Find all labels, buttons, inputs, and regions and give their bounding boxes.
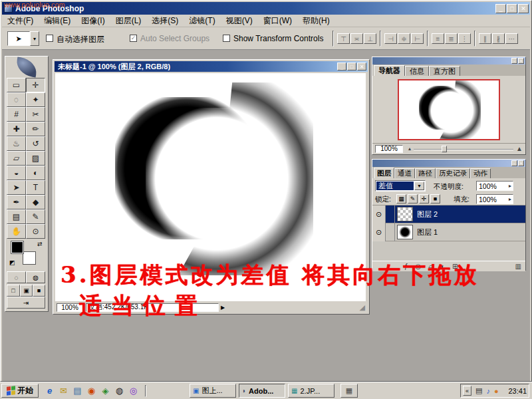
opacity-popup-arrow-icon[interactable]: ▸ xyxy=(509,183,513,189)
visibility-eye-icon[interactable]: ⊙ xyxy=(372,223,386,241)
mail-icon[interactable]: ✉ xyxy=(58,385,69,396)
status-popup-arrow-icon[interactable]: ▶ xyxy=(221,305,225,311)
layers-close-button[interactable]: × xyxy=(518,160,524,166)
navigator-zoom-slider[interactable] xyxy=(414,146,513,152)
jump-to-imageready-button[interactable]: ⇥ xyxy=(7,297,45,309)
slider-thumb[interactable] xyxy=(442,146,447,152)
healing-brush-tool[interactable]: ✚ xyxy=(7,122,26,136)
align-hcenter-icon[interactable]: ≑ xyxy=(398,33,410,44)
fullscreen-icon[interactable]: ■ xyxy=(33,285,45,297)
shape-tool[interactable]: ◆ xyxy=(26,195,45,209)
keyboard-icon[interactable]: ▤ xyxy=(475,386,482,395)
taskbar-window-button[interactable]: ▦ 2.JP... xyxy=(288,384,334,398)
gradient-tool[interactable]: ▨ xyxy=(26,151,45,166)
layer1-thumbnail[interactable] xyxy=(397,225,413,239)
msn-icon[interactable]: ◈ xyxy=(100,385,111,396)
doc-close-button[interactable]: ✕ xyxy=(357,63,366,70)
distribute-bottom-icon[interactable]: ⋮ xyxy=(458,33,471,44)
delete-layer-icon[interactable]: ▥ xyxy=(515,263,521,270)
zoom-in-icon[interactable]: ▲ xyxy=(516,145,523,152)
distribute-vcenter-icon[interactable]: ≣ xyxy=(445,33,458,44)
tool-preset-arrow[interactable]: ▾ xyxy=(30,31,39,46)
tab-history[interactable]: 历史记录 xyxy=(436,168,470,178)
magic-wand-tool[interactable]: ✦ xyxy=(26,92,45,107)
tab-layers[interactable]: 图层 xyxy=(374,168,394,178)
layer-row[interactable]: ⊙ 图层 1 xyxy=(372,223,525,241)
doc-maximize-button[interactable]: □ xyxy=(347,63,356,70)
dodge-tool[interactable]: ◐ xyxy=(26,166,45,180)
distribute-hcenter-icon[interactable]: ∦ xyxy=(492,33,505,44)
history-brush-tool[interactable]: ↺ xyxy=(26,136,45,151)
distribute-top-icon[interactable]: ≡ xyxy=(432,33,444,44)
ie-icon[interactable]: e xyxy=(44,385,55,396)
lock-paint-icon[interactable]: ✎ xyxy=(408,194,418,203)
menu-select[interactable]: 选择(S) xyxy=(146,14,184,28)
tab-channels[interactable]: 通道 xyxy=(394,168,415,178)
layers-titlebar[interactable]: - × xyxy=(372,160,525,167)
brush-tool[interactable]: ✏ xyxy=(26,122,45,136)
taskbar-window-button-active[interactable]: ◗ Adob... xyxy=(239,384,285,398)
hand-tool[interactable]: ✋ xyxy=(7,224,26,239)
align-right-icon[interactable]: ⊢ xyxy=(411,33,424,44)
maximize-button[interactable]: □ xyxy=(507,4,517,13)
tab-histogram[interactable]: 直方图 xyxy=(429,66,460,76)
tab-paths[interactable]: 路径 xyxy=(415,168,436,178)
path-select-tool[interactable]: ➤ xyxy=(7,180,26,195)
taskbar-window-button[interactable]: ▣ 图上... xyxy=(190,384,236,398)
zoom-tool[interactable]: ⊙ xyxy=(26,224,45,239)
distribute-right-icon[interactable]: ⋯ xyxy=(505,33,518,44)
lock-transparency-icon[interactable]: ▦ xyxy=(396,194,406,203)
zoom-out-icon[interactable]: ▴ xyxy=(408,146,411,152)
default-colors-icon[interactable]: ◩ xyxy=(9,259,15,266)
menu-image[interactable]: 图像(I) xyxy=(76,14,110,28)
navigator-minimize-button[interactable]: - xyxy=(511,58,517,64)
menu-file[interactable]: 文件(F) xyxy=(2,14,39,28)
eraser-tool[interactable]: ▱ xyxy=(7,151,26,166)
type-tool[interactable]: T xyxy=(26,180,45,195)
show-transform-controls-checkbox[interactable] xyxy=(223,35,230,42)
distribute-left-icon[interactable]: ∥ xyxy=(479,33,491,44)
navigator-titlebar[interactable]: - × xyxy=(372,57,525,65)
doc-minimize-button[interactable]: _ xyxy=(337,63,346,70)
slice-tool[interactable]: ✂ xyxy=(26,107,45,122)
quick-mask-mode-button[interactable]: ◍ xyxy=(26,271,45,283)
navigator-close-button[interactable]: × xyxy=(518,58,524,64)
tab-info[interactable]: 信息 xyxy=(405,66,429,76)
blend-dropdown-arrow-icon[interactable]: ▼ xyxy=(414,182,424,190)
lock-position-icon[interactable]: ✛ xyxy=(419,194,429,203)
standard-screen-icon[interactable]: □ xyxy=(7,285,20,297)
blend-mode-dropdown[interactable]: 差值 ▼ xyxy=(375,180,426,192)
foreground-color-swatch[interactable] xyxy=(11,241,24,254)
pen-tool[interactable]: ✒ xyxy=(7,195,26,209)
eyedropper-tool[interactable]: ✎ xyxy=(26,209,45,224)
menu-layer[interactable]: 图层(L) xyxy=(110,14,147,28)
fullscreen-menubar-icon[interactable]: ▣ xyxy=(20,285,33,297)
taskbar-small-button[interactable]: ▦ xyxy=(340,384,358,398)
visibility-eye-icon[interactable]: ⊙ xyxy=(372,205,386,223)
qq-icon[interactable]: ◍ xyxy=(114,385,125,396)
lock-all-icon[interactable]: ■ xyxy=(430,194,440,203)
auto-select-layer-checkbox[interactable] xyxy=(46,35,53,42)
move-tool[interactable]: ✛ xyxy=(26,78,45,92)
swap-colors-icon[interactable]: ⇄ xyxy=(37,241,43,247)
auto-select-groups-checkbox[interactable]: ✓ xyxy=(130,35,137,42)
clone-stamp-tool[interactable]: ♨ xyxy=(7,136,26,151)
navigator-zoom-box[interactable]: 100% xyxy=(375,145,403,153)
show-desktop-icon[interactable]: ▤ xyxy=(72,385,83,396)
menu-window[interactable]: 窗口(W) xyxy=(258,14,297,28)
layer2-thumbnail[interactable] xyxy=(397,207,413,221)
rect-marquee-tool[interactable]: ▭ xyxy=(7,78,26,92)
menu-view[interactable]: 视图(V) xyxy=(221,14,258,28)
media-player-icon[interactable]: ◉ xyxy=(86,385,97,396)
opacity-field[interactable]: 100% ▸ xyxy=(476,181,513,191)
background-color-swatch[interactable] xyxy=(23,251,36,265)
align-left-icon[interactable]: ⊣ xyxy=(384,33,397,44)
navigator-thumbnail[interactable] xyxy=(398,79,500,140)
start-button[interactable]: 开始 xyxy=(1,384,39,398)
tab-actions[interactable]: 动作 xyxy=(470,168,491,178)
blur-tool[interactable]: ◒ xyxy=(7,166,26,180)
minimize-button[interactable]: _ xyxy=(495,4,506,13)
qq-tray-icon[interactable]: ● xyxy=(494,387,499,395)
notes-tool[interactable]: ▤ xyxy=(7,209,26,224)
close-button[interactable]: ✕ xyxy=(518,4,529,13)
